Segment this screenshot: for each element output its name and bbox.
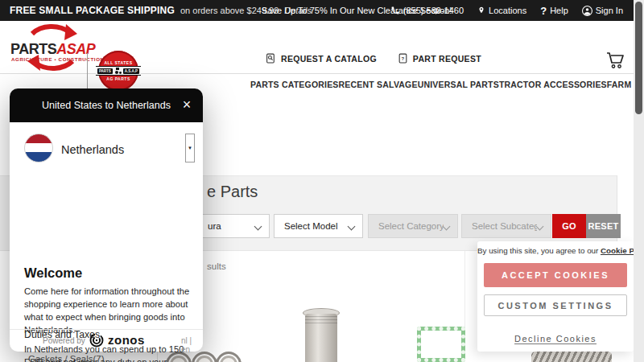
go-button[interactable]: GO	[552, 214, 586, 238]
tractor-icon	[114, 68, 122, 74]
results-count: sults	[207, 261, 226, 271]
header-divider	[87, 53, 88, 88]
location-pin-icon	[477, 6, 485, 15]
logo-tagline: AGRICULTURE • CONSTRUCTION	[11, 56, 105, 62]
gasket-bolt-holes	[417, 327, 465, 362]
phone-icon	[390, 6, 400, 15]
partsasap-logo[interactable]: PARTSASAP AGRICULTURE • CONSTRUCTION	[6, 24, 87, 71]
chevron-down-icon	[254, 222, 262, 230]
country-select[interactable]: ▼	[185, 134, 195, 162]
nav-parts-categories[interactable]: PARTS CATEGORIES	[250, 80, 339, 89]
accept-cookies-button[interactable]: ACCEPT COOKIES	[484, 263, 627, 287]
catalog-icon	[266, 53, 276, 64]
chevron-down-icon	[536, 222, 544, 230]
model-select[interactable]: Select Model	[274, 214, 363, 238]
chevron-down-icon	[348, 222, 356, 230]
zonos-modal: United States to Netherlands × Netherlan…	[10, 88, 203, 352]
subcategory-select: Select Subcategor	[461, 214, 551, 238]
part-request-icon: ?	[398, 53, 408, 64]
piston-grooves-detail	[305, 316, 337, 326]
locations-label: Locations	[489, 6, 526, 15]
svg-text:?: ?	[401, 56, 404, 61]
help-label: Help	[550, 6, 568, 15]
netherlands-flag-icon	[24, 134, 53, 162]
help-link[interactable]: ? Help	[540, 5, 568, 17]
user-icon	[582, 6, 592, 16]
zonos-modal-title: United States to Netherlands	[42, 100, 171, 111]
nav-universal-parts[interactable]: UNIVERSAL PARTS	[418, 80, 499, 89]
all-states-badge-logo[interactable]: ALL STATES PARTS A.S.A.P AG PARTS	[98, 51, 138, 91]
subcategory-select-value: Select Subcategor	[462, 221, 537, 231]
badge-top-text: ALL STATES	[105, 60, 133, 65]
powered-by-label: Powered by	[43, 336, 85, 345]
welcome-heading: Welcome	[24, 265, 82, 281]
cookie-message-text: By using this site, you agree to our	[477, 246, 601, 255]
country-name: Netherlands	[61, 143, 124, 156]
topbar: FREE SMALL PACKAGE SHIPPING on orders ab…	[0, 0, 644, 21]
help-icon: ?	[540, 5, 547, 17]
signin-link[interactable]: Sign In	[582, 6, 623, 16]
zonos-modal-footer: Powered by zonos nl | en	[10, 329, 203, 352]
logo-parts-text: PARTS	[10, 41, 56, 57]
logo-wordmark: PARTSASAP	[10, 41, 95, 58]
topbar-links: (855) 530-1460 Locations ? Help Sign In	[390, 0, 623, 21]
select-arrow-icon: ▼	[188, 146, 192, 150]
close-icon[interactable]: ×	[179, 95, 195, 114]
custom-settings-button[interactable]: CUSTOM SETTINGS	[484, 294, 627, 316]
signin-label: Sign In	[596, 6, 623, 15]
part-request-link[interactable]: ? PART REQUEST	[398, 53, 481, 64]
cookie-message: By using this site, you agree to our Coo…	[477, 246, 634, 255]
category-select: Select Category	[368, 214, 458, 238]
page-root: FREE SMALL PACKAGE SHIPPING on orders ab…	[0, 0, 644, 362]
decline-cookies-wrap: Decline Cookies	[477, 334, 634, 343]
badge-bottom-text: AG PARTS	[106, 76, 130, 81]
site-header: PARTSASAP AGRICULTURE • CONSTRUCTION ALL…	[0, 21, 644, 74]
part-request-label: PART REQUEST	[413, 54, 481, 64]
product-image-ring-set[interactable]	[531, 352, 612, 362]
product-image-oil-pan-gasket[interactable]	[417, 327, 465, 362]
model-select-value: Select Model	[275, 221, 349, 231]
promo-text: FREE SMALL PACKAGE SHIPPING	[10, 5, 175, 16]
badge-parts-text: PARTS	[97, 68, 113, 74]
phone-number: (855) 530-1460	[403, 6, 464, 15]
language-switcher[interactable]: nl | en	[181, 336, 203, 354]
cookie-banner: By using this site, you agree to our Coo…	[477, 241, 634, 352]
phone-link[interactable]: (855) 530-1460	[390, 6, 464, 15]
scrollbar-track[interactable]	[634, 0, 644, 362]
zonos-modal-header: United States to Netherlands	[10, 88, 203, 122]
request-catalog-link[interactable]: REQUEST A CATALOG	[266, 53, 377, 64]
reset-button[interactable]: RESET	[586, 214, 621, 238]
locations-link[interactable]: Locations	[477, 6, 526, 15]
category-select-value: Select Category	[369, 221, 444, 231]
nav-tractor-accessories[interactable]: TRACTOR ACCESSORIES	[499, 80, 607, 89]
zonos-spiral-icon	[89, 333, 104, 348]
badge-asap-text: A.S.A.P	[123, 68, 139, 74]
zonos-brand-link[interactable]: zonos	[108, 333, 145, 347]
badge-band: PARTS A.S.A.P	[96, 66, 141, 76]
chevron-down-icon	[443, 222, 451, 230]
header-actions: REQUEST A CATALOG ? PART REQUEST	[266, 53, 481, 64]
page-title: e Parts	[207, 183, 258, 201]
scrollbar-thumb[interactable]	[635, 2, 642, 114]
decline-cookies-link[interactable]: Decline Cookies	[514, 334, 597, 344]
cart-icon[interactable]	[605, 50, 625, 69]
product-image-piston-ring[interactable]	[216, 352, 242, 362]
logo-asap-text: ASAP	[56, 41, 95, 57]
main-nav: PARTS CATEGORIES RECENT SALVAGE UNIVERSA…	[250, 80, 625, 89]
nav-recent-salvage[interactable]: RECENT SALVAGE	[339, 80, 418, 89]
request-catalog-label: REQUEST A CATALOG	[281, 54, 377, 64]
